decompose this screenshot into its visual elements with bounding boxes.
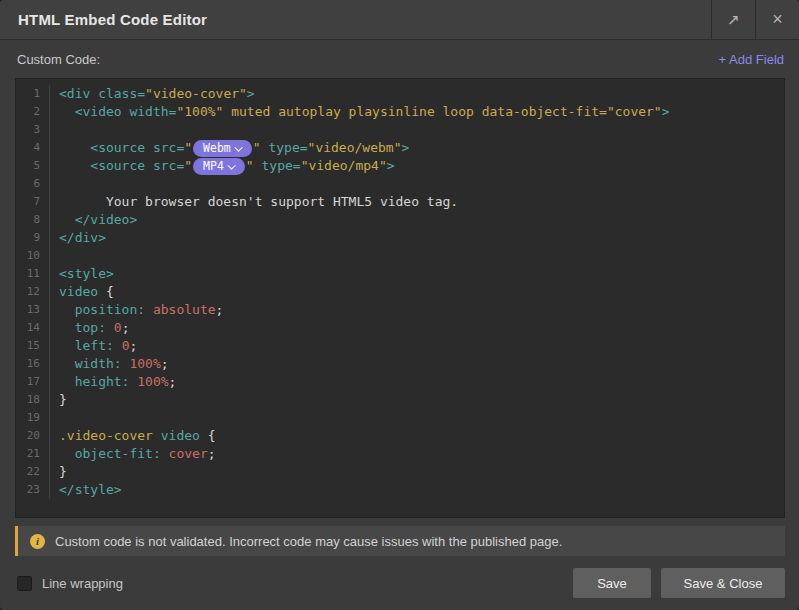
code-line: 12video {: [16, 283, 784, 301]
field-dropdown-label: Webm: [203, 140, 231, 157]
line-wrapping-label: Line wrapping: [42, 576, 123, 591]
code-line-content: <source src="Webm" type="video/webm">: [50, 139, 409, 157]
line-number: 21: [16, 445, 50, 463]
code-line-content: [50, 175, 59, 193]
code-line-content: video {: [50, 283, 114, 301]
code-line: 21 object-fit: cover;: [16, 445, 784, 463]
code-line-content: <style>: [50, 265, 114, 283]
footer-buttons: Save Save & Close: [573, 568, 785, 598]
code-line: 20.video-cover video {: [16, 427, 784, 445]
html-embed-code-editor-dialog: HTML Embed Code Editor ↗ × Custom Code: …: [0, 0, 799, 610]
code-line-content: Your browser doesn't support HTML5 video…: [50, 193, 458, 211]
code-line: 16 width: 100%;: [16, 355, 784, 373]
line-wrapping-checkbox[interactable]: [17, 576, 32, 591]
close-icon: ×: [772, 9, 783, 30]
line-number: 10: [16, 247, 50, 265]
code-line: 5 <source src="MP4" type="video/mp4">: [16, 157, 784, 175]
code-editor-lines: 1<div class="video-cover">2 <video width…: [16, 85, 784, 499]
code-line-content: width: 100%;: [50, 355, 169, 373]
code-line-content: </video>: [50, 211, 137, 229]
field-dropdown-mp4[interactable]: MP4: [193, 158, 245, 175]
code-line-content: [50, 409, 59, 427]
code-line-content: <video width="100%" muted autoplay plays…: [50, 103, 670, 121]
code-line-content: }: [50, 391, 67, 409]
code-line: 1<div class="video-cover">: [16, 85, 784, 103]
code-line: 14 top: 0;: [16, 319, 784, 337]
code-line: 17 height: 100%;: [16, 373, 784, 391]
expand-button[interactable]: ↗: [711, 0, 755, 39]
code-line-content: left: 0;: [50, 337, 137, 355]
toolbar-row: Custom Code: + Add Field: [0, 40, 799, 78]
code-line: 2 <video width="100%" muted autoplay pla…: [16, 103, 784, 121]
line-number: 4: [16, 139, 50, 157]
code-line-content: height: 100%;: [50, 373, 176, 391]
line-number: 7: [16, 193, 50, 211]
line-number: 19: [16, 409, 50, 427]
chevron-down-icon: [227, 161, 235, 169]
save-button[interactable]: Save: [573, 568, 651, 598]
add-field-link[interactable]: + Add Field: [719, 52, 784, 67]
line-number: 3: [16, 121, 50, 139]
line-number: 20: [16, 427, 50, 445]
code-line: 10: [16, 247, 784, 265]
code-line: 11<style>: [16, 265, 784, 283]
close-button[interactable]: ×: [755, 0, 799, 39]
code-line-content: .video-cover video {: [50, 427, 216, 445]
code-line: 18}: [16, 391, 784, 409]
code-line-content: [50, 247, 59, 265]
code-line-content: <source src="MP4" type="video/mp4">: [50, 157, 395, 175]
line-number: 13: [16, 301, 50, 319]
line-number: 5: [16, 157, 50, 175]
code-line-content: [50, 121, 59, 139]
line-number: 22: [16, 463, 50, 481]
validation-notice: i Custom code is not validated. Incorrec…: [15, 526, 785, 556]
code-line: 9</div>: [16, 229, 784, 247]
code-line-content: <div class="video-cover">: [50, 85, 255, 103]
line-number: 17: [16, 373, 50, 391]
code-line: 6: [16, 175, 784, 193]
save-and-close-button[interactable]: Save & Close: [661, 568, 785, 598]
code-line: 19: [16, 409, 784, 427]
line-number: 9: [16, 229, 50, 247]
line-number: 23: [16, 481, 50, 499]
line-number: 14: [16, 319, 50, 337]
code-line-content: position: absolute;: [50, 301, 223, 319]
code-line-content: object-fit: cover;: [50, 445, 216, 463]
code-line-content: </div>: [50, 229, 106, 247]
code-editor[interactable]: 1<div class="video-cover">2 <video width…: [15, 78, 785, 518]
line-number: 12: [16, 283, 50, 301]
notice-text: Custom code is not validated. Incorrect …: [55, 534, 562, 549]
line-number: 6: [16, 175, 50, 193]
line-number: 16: [16, 355, 50, 373]
line-number: 15: [16, 337, 50, 355]
code-line: 15 left: 0;: [16, 337, 784, 355]
line-number: 2: [16, 103, 50, 121]
custom-code-label: Custom Code:: [17, 52, 100, 67]
code-line-content: top: 0;: [50, 319, 129, 337]
info-icon: i: [30, 534, 45, 549]
chevron-down-icon: [234, 143, 242, 151]
field-dropdown-label: MP4: [203, 158, 224, 175]
code-line: 3: [16, 121, 784, 139]
line-number: 18: [16, 391, 50, 409]
dialog-header: HTML Embed Code Editor ↗ ×: [0, 0, 799, 40]
code-line: 8 </video>: [16, 211, 784, 229]
dialog-title: HTML Embed Code Editor: [0, 0, 711, 39]
line-number: 1: [16, 85, 50, 103]
line-number: 11: [16, 265, 50, 283]
code-line: 7 Your browser doesn't support HTML5 vid…: [16, 193, 784, 211]
code-line: 23</style>: [16, 481, 784, 499]
code-line: 13 position: absolute;: [16, 301, 784, 319]
code-line-content: }: [50, 463, 67, 481]
code-line: 22}: [16, 463, 784, 481]
code-line: 4 <source src="Webm" type="video/webm">: [16, 139, 784, 157]
expand-icon: ↗: [727, 11, 740, 29]
field-dropdown-webm[interactable]: Webm: [193, 140, 252, 157]
line-number: 8: [16, 211, 50, 229]
line-wrapping-control: Line wrapping: [17, 576, 123, 591]
code-line-content: </style>: [50, 481, 122, 499]
dialog-footer: Line wrapping Save Save & Close: [0, 556, 799, 610]
